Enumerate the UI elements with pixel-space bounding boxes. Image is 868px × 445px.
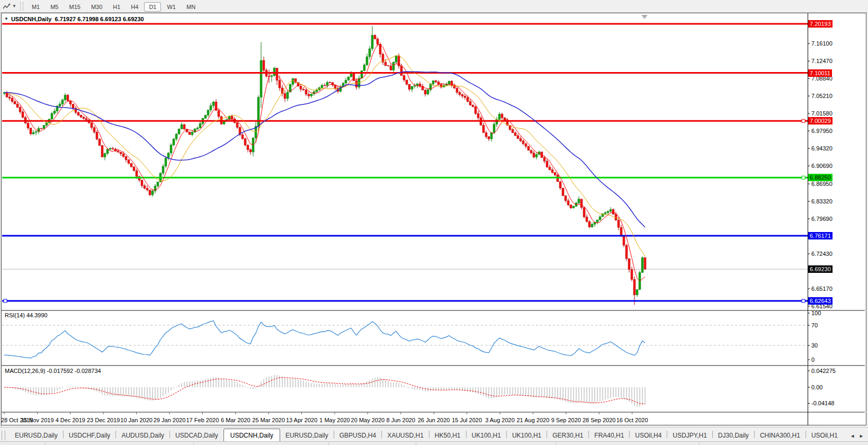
price-axis-tick[interactable]: 6.86950 — [811, 181, 833, 187]
date-axis-tick[interactable]: 9 Sep 2020 — [551, 417, 581, 423]
price-axis-tick[interactable]: 7.05210 — [811, 93, 833, 99]
timeframe-button-m30[interactable]: M30 — [86, 2, 107, 12]
tab-usdcnh-daily[interactable]: USDCNH,Daily — [223, 429, 280, 442]
tab-scroll-right-icon[interactable]: ► — [859, 433, 864, 439]
date-axis-tick[interactable]: 15 Nov 2019 — [21, 417, 53, 423]
tab-uk100-h1[interactable]: UK100,H1 — [467, 430, 506, 442]
date-axis-tick[interactable]: 20 May 2020 — [351, 417, 385, 423]
macd-axis-tick[interactable]: -0.04148 — [811, 400, 834, 406]
chevron-down-icon[interactable]: ▼ — [12, 4, 16, 8]
price-axis-tick[interactable]: 6.97950 — [811, 128, 833, 134]
chart-ohlc-values: 6.71927 6.71998 6.69123 6.69230 — [55, 16, 144, 22]
date-axis-tick[interactable]: 29 Jan 2020 — [154, 417, 186, 423]
date-axis-tick[interactable]: 4 Dec 2019 — [56, 417, 85, 423]
price-badge-7.00029: 7.00029 — [808, 117, 833, 124]
tab-dj30-daily[interactable]: DJ30,Daily — [713, 430, 754, 442]
timeframe-button-h4[interactable]: H4 — [126, 2, 143, 12]
chart-tab-bar: EURUSD,DailyUSDCHF,DailyAUDUSD,DailyUSDC… — [0, 427, 868, 442]
rsi-axis-tick[interactable]: 30 — [811, 342, 818, 349]
timeframe-button-mn[interactable]: MN — [182, 2, 200, 12]
rsi-axis-tick[interactable]: 0 — [811, 357, 815, 363]
price-axis-tick[interactable]: 6.72430 — [811, 251, 833, 257]
status-strip — [0, 441, 868, 445]
chart-window[interactable] — [1, 13, 866, 425]
timeframe-button-w1[interactable]: W1 — [162, 2, 181, 12]
rsi-axis-tick[interactable]: 100 — [811, 310, 821, 316]
date-axis-tick[interactable]: 23 Dec 2019 — [87, 417, 120, 423]
date-axis-tick[interactable]: 3 Aug 2020 — [485, 417, 515, 423]
tab-uk100-h1[interactable]: UK100,H1 — [507, 430, 547, 442]
tab-usoil-h1[interactable]: USOil,H1 — [806, 430, 843, 442]
date-axis-tick[interactable]: 16 Oct 2020 — [616, 417, 648, 423]
timeframe-button-m5[interactable]: M5 — [46, 2, 63, 12]
price-axis-tick[interactable]: 6.79690 — [811, 216, 833, 222]
tab-xauusd-h1[interactable]: XAUUSD,H1 — [382, 430, 429, 442]
date-axis-tick[interactable]: 10 Jan 2020 — [120, 417, 153, 423]
price-badge-6.76171: 6.76171 — [808, 232, 833, 239]
tab-ger30-h1[interactable]: GER30,H1 — [547, 430, 588, 442]
macd-indicator-label: MACD(12,26,9) -0.017592 -0.028734 — [5, 368, 101, 374]
rsi-indicator-label: RSI(14) 44.3990 — [5, 312, 48, 318]
tab-bar-grip — [2, 431, 5, 440]
date-axis-tick[interactable]: 21 Aug 2020 — [516, 417, 549, 423]
tab-fra40-h1[interactable]: FRA40,H1 — [589, 430, 629, 442]
tab-usdchf-daily[interactable]: USDCHF,Daily — [64, 430, 116, 442]
tab-eurusd-daily[interactable]: EURUSD,Daily — [280, 430, 334, 442]
price-axis-tick[interactable]: 7.16100 — [811, 40, 833, 47]
tab-hk50-h1[interactable]: HK50,H1 — [429, 430, 466, 442]
date-axis-tick[interactable]: 1 May 2020 — [319, 417, 350, 423]
top-toolbar: ▼ M1M5M15M30H1H4D1W1MN — [0, 0, 868, 13]
date-axis-tick[interactable]: 13 Apr 2020 — [286, 417, 317, 423]
price-axis-tick[interactable]: 6.65170 — [811, 286, 833, 292]
timeframe-button-m15[interactable]: M15 — [64, 2, 85, 12]
line-chart-icon[interactable] — [2, 2, 12, 11]
tab-usdcad-daily[interactable]: USDCAD,Daily — [170, 430, 223, 442]
price-axis-tick[interactable]: 7.12470 — [811, 58, 833, 64]
date-axis-tick[interactable]: 6 Mar 2020 — [221, 417, 250, 423]
tab-gbpusd-h4[interactable]: GBPUSD,H4 — [334, 430, 381, 442]
price-axis-tick[interactable]: 7.01580 — [811, 110, 833, 117]
price-axis-tick[interactable]: 6.90690 — [811, 163, 833, 169]
timeframe-button-h1[interactable]: H1 — [108, 2, 125, 12]
macd-axis-tick[interactable]: 0.00 — [811, 384, 822, 390]
current-price-badge: 6.69230 — [808, 265, 833, 273]
tabs-root: EURUSD,DailyUSDCHF,DailyAUDUSD,DailyUSDC… — [10, 429, 843, 442]
timeframe-button-m1[interactable]: M1 — [27, 2, 44, 12]
toolbar-grip — [20, 2, 23, 11]
chart-title: ▼USDCNH,Daily 6.71927 6.71998 6.69123 6.… — [4, 16, 144, 22]
date-axis-tick[interactable]: 25 Mar 2020 — [252, 417, 285, 423]
timeframe-button-d1[interactable]: D1 — [144, 2, 161, 12]
date-axis-tick[interactable]: 15 Jul 2020 — [452, 417, 482, 423]
tab-scroll-left-icon[interactable]: ◄ — [850, 433, 855, 439]
rsi-axis-tick[interactable]: 70 — [811, 322, 818, 328]
date-axis-tick[interactable]: 26 Jun 2020 — [418, 417, 450, 423]
price-badge-7.10011: 7.10011 — [808, 69, 832, 77]
tab-usoil-h4[interactable]: USOil,H4 — [630, 430, 667, 442]
date-axis-tick[interactable]: 17 Feb 2020 — [186, 417, 219, 423]
price-axis-tick[interactable]: 6.94320 — [811, 145, 833, 152]
price-badge-7.20193: 7.20193 — [808, 20, 833, 28]
price-axis-tick[interactable]: 6.83320 — [811, 198, 833, 204]
chart-dropdown-icon[interactable]: ▼ — [4, 16, 8, 21]
macd-axis-tick[interactable]: 0.042275 — [811, 368, 836, 374]
tab-audusd-daily[interactable]: AUDUSD,Daily — [116, 430, 169, 442]
price-badge-6.88250: 6.88250 — [808, 174, 833, 181]
date-axis-tick[interactable]: 28 Sep 2020 — [583, 417, 615, 423]
chart-symbol-period: USDCNH,Daily — [11, 16, 51, 22]
price-badge-6.62643: 6.62643 — [808, 297, 833, 305]
timeframe-buttons: M1M5M15M30H1H4D1W1MN — [26, 2, 201, 11]
tab-usdjpy-h1[interactable]: USDJPY,H1 — [667, 430, 712, 442]
tab-china300-h1[interactable]: CHINA300,H1 — [755, 430, 806, 442]
date-axis-tick[interactable]: 8 Jun 2020 — [387, 417, 415, 423]
tab-eurusd-daily[interactable]: EURUSD,Daily — [10, 430, 63, 442]
